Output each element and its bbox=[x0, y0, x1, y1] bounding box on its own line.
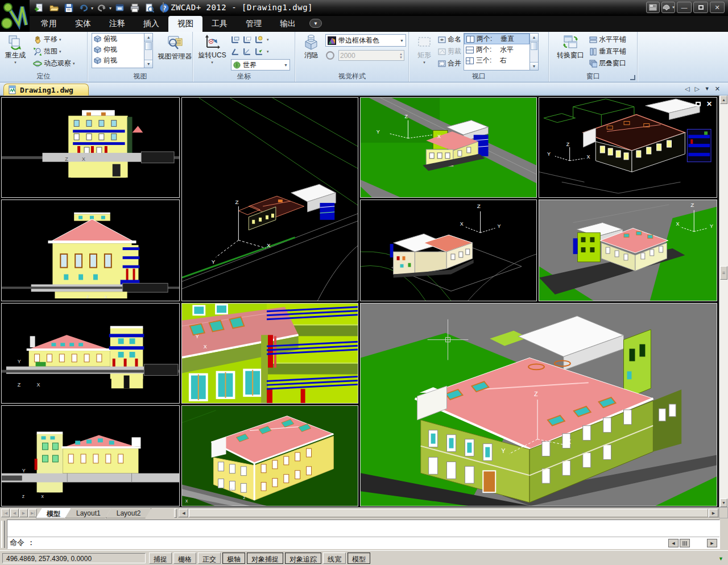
undo-button[interactable] bbox=[77, 2, 90, 14]
visual-style-arrow[interactable]: ▼ bbox=[400, 39, 404, 43]
toggle-ortho[interactable]: 正交 bbox=[198, 552, 221, 564]
restore-button[interactable] bbox=[693, 2, 708, 13]
help-button[interactable]: ? bbox=[158, 2, 171, 14]
style-value-spinner[interactable]: 2000 ▲▼ bbox=[338, 50, 404, 61]
drawing-canvas[interactable]: Z X bbox=[0, 95, 719, 507]
mdi-minimize-icon[interactable]: — bbox=[683, 100, 690, 108]
viewport-closeup-shaded[interactable]: Y X bbox=[181, 303, 358, 404]
circle-tool-icon[interactable] bbox=[325, 51, 335, 60]
spinner-down-icon[interactable]: ▼ bbox=[399, 56, 403, 59]
command-window-grip[interactable] bbox=[1, 521, 5, 548]
viewport-corner-shaded[interactable]: x Y z bbox=[181, 405, 358, 506]
viewport-main-perspective[interactable]: Z Y X bbox=[360, 303, 717, 506]
doc-tab-close-icon[interactable]: ✕ bbox=[715, 85, 720, 93]
viewport-iso-wireframe[interactable]: Z Y X bbox=[181, 97, 358, 301]
viewport-list-scroll-down[interactable]: ▼ bbox=[530, 62, 538, 70]
layout-nav-last-button[interactable]: ▶| bbox=[28, 509, 37, 517]
cmd-scroll-left-icon[interactable]: ◀ bbox=[668, 539, 679, 547]
vscroll-up-icon[interactable]: ▲ bbox=[720, 95, 727, 104]
viewport-iso-wireframe-3[interactable]: Z X Y bbox=[360, 200, 537, 301]
view-item-top[interactable]: 俯视 bbox=[92, 34, 144, 44]
plot-preview-button[interactable] bbox=[143, 2, 156, 14]
toggle-snap[interactable]: 捕捉 bbox=[149, 552, 172, 564]
viewport-clip-button[interactable]: 剪裁 bbox=[438, 46, 461, 57]
viewport-named-button[interactable]: 命名 bbox=[438, 34, 461, 45]
ucs-combo[interactable]: 世界 ▼ bbox=[231, 59, 290, 70]
view-item-bottom[interactable]: 仰视 bbox=[92, 44, 144, 55]
hscroll-left-icon[interactable]: ◀ bbox=[179, 509, 188, 517]
minimize-button[interactable]: — bbox=[677, 2, 692, 13]
drawing-vertical-scrollbar[interactable]: ▲ ≡ ▼ bbox=[719, 95, 728, 507]
toggle-osnap[interactable]: 对象捕捉 bbox=[247, 552, 283, 564]
doc-tab-list-icon[interactable]: ▼ bbox=[705, 85, 710, 93]
viewport-rect-button[interactable]: 矩形 ▾ bbox=[412, 33, 437, 64]
tile-horizontal-button[interactable]: 水平平铺 bbox=[589, 34, 626, 45]
status-menu-arrow-icon[interactable]: ▼ bbox=[718, 556, 723, 562]
ucs-row2-caret[interactable]: ▾ bbox=[267, 50, 269, 53]
ucs-icon-5[interactable] bbox=[243, 47, 251, 56]
viewport-config-two-horizontal[interactable]: 两个: 水平 bbox=[464, 44, 530, 55]
cascade-windows-button[interactable]: 层叠窗口 bbox=[589, 58, 626, 69]
viewport-iso-shaded-1[interactable]: Z Y X bbox=[360, 97, 537, 198]
rotate-ucs-button[interactable]: 旋转UCS ▾ bbox=[196, 33, 229, 64]
viewport-config-three-right[interactable]: 三个: 右 bbox=[464, 55, 530, 66]
app-logo[interactable] bbox=[0, 0, 30, 32]
redo-dropdown[interactable]: ▾ bbox=[109, 6, 111, 11]
viewport-elevation-4[interactable]: Y z x bbox=[1, 405, 180, 506]
ucs-icon-4[interactable] bbox=[231, 47, 239, 56]
command-history[interactable] bbox=[7, 520, 719, 537]
ribbon-minimize-button[interactable]: ▼ bbox=[309, 19, 322, 28]
ucs-icon-3[interactable] bbox=[255, 35, 263, 44]
tab-manage[interactable]: 管理 bbox=[237, 16, 271, 32]
publish-button[interactable] bbox=[114, 2, 126, 14]
layout-nav-prev-button[interactable]: ◀ bbox=[10, 509, 19, 517]
tab-home[interactable]: 常用 bbox=[32, 16, 66, 32]
tab-view[interactable]: 视图 bbox=[168, 16, 202, 32]
hscroll-right-icon[interactable]: ▶ bbox=[709, 509, 718, 517]
mdi-restore-icon[interactable] bbox=[696, 102, 701, 106]
visual-style-combo[interactable]: 带边框体着色 ▼ bbox=[325, 34, 406, 47]
save-button[interactable] bbox=[63, 2, 75, 14]
toggle-otrack[interactable]: 对象追踪 bbox=[285, 552, 321, 564]
toggle-polar[interactable]: 极轴 bbox=[222, 552, 245, 564]
view-list-scroll-thumb[interactable] bbox=[145, 42, 152, 50]
document-tab-drawing1[interactable]: Drawing1.dwg bbox=[3, 84, 89, 95]
hide-button[interactable]: 消隐 bbox=[299, 33, 323, 60]
tab-scrollbar-splitter[interactable] bbox=[174, 509, 177, 518]
command-text-area[interactable]: 命令 : ◀ ▶ bbox=[7, 520, 720, 549]
orbit-button[interactable]: 动态观察 ▾ bbox=[33, 58, 75, 69]
view-list-scrollbar[interactable]: ▲ ▼ bbox=[144, 34, 152, 68]
viewport-iso-shaded-2[interactable]: Z X Y bbox=[539, 200, 717, 301]
regen-button[interactable]: 重生成 ▾ bbox=[0, 33, 31, 64]
view-list-scroll-up[interactable]: ▲ bbox=[144, 34, 152, 41]
drawing-horizontal-scrollbar[interactable]: ◀ ▶ bbox=[178, 508, 719, 518]
tab-tools[interactable]: 工具 bbox=[202, 16, 237, 32]
toggle-lineweight[interactable]: 线宽 bbox=[323, 552, 346, 564]
doc-tab-prev-icon[interactable]: ◁ bbox=[685, 85, 689, 93]
tab-model[interactable]: 模型 bbox=[36, 508, 71, 518]
toggle-grid[interactable]: 栅格 bbox=[173, 552, 196, 564]
vscroll-thumb[interactable]: ≡ bbox=[720, 266, 727, 280]
view-list-scroll-down[interactable]: ▼ bbox=[144, 60, 152, 68]
command-prompt[interactable]: 命令 : bbox=[10, 538, 34, 548]
tab-annotate[interactable]: 注释 bbox=[100, 16, 134, 32]
tab-solid[interactable]: 实体 bbox=[66, 16, 100, 32]
viewport-list-scroll-thumb[interactable] bbox=[531, 42, 537, 50]
viewport-iso-wireframe-2[interactable]: Y Z X — ✕ bbox=[539, 97, 717, 198]
tab-insert[interactable]: 插入 bbox=[134, 16, 168, 32]
tile-vertical-button[interactable]: 垂直平铺 bbox=[589, 46, 626, 57]
viewport-elevation-3[interactable]: Y Z X bbox=[1, 303, 180, 404]
redo-button[interactable] bbox=[96, 2, 108, 14]
view-item-front[interactable]: 前视 bbox=[92, 55, 144, 66]
undo-dropdown[interactable]: ▾ bbox=[91, 6, 93, 11]
layout-nav-first-button[interactable]: |◀ bbox=[1, 509, 10, 517]
print-button[interactable] bbox=[129, 2, 141, 14]
hscroll-thumb[interactable] bbox=[189, 509, 708, 517]
ucs-icon-2[interactable] bbox=[243, 35, 251, 44]
ucs-combo-arrow[interactable]: ▼ bbox=[284, 63, 288, 67]
layout-nav-next-button[interactable]: ▶ bbox=[19, 509, 28, 517]
tab-output[interactable]: 输出 bbox=[271, 16, 305, 32]
toggle-model-space[interactable]: 模型 bbox=[348, 552, 370, 564]
pan-button[interactable]: 平移 ▾ bbox=[33, 34, 75, 45]
vscroll-down-icon[interactable]: ▼ bbox=[720, 498, 727, 507]
